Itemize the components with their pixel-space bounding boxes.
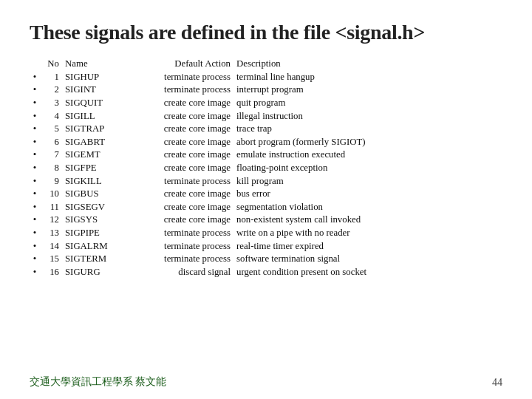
row-default-action: create core image <box>115 214 233 227</box>
row-no: 2 <box>40 83 62 97</box>
row-bullet: • <box>30 162 40 175</box>
table-row: •3SIGQUITcreate core imagequit program <box>30 97 502 110</box>
row-default-action: terminate process <box>115 239 233 253</box>
row-no: 16 <box>40 266 62 279</box>
row-default-action: terminate process <box>115 83 233 97</box>
row-bullet: • <box>30 227 40 240</box>
row-default-action: terminate process <box>115 227 233 240</box>
row-bullet: • <box>30 123 40 136</box>
row-no: 5 <box>40 123 62 136</box>
row-description: quit program <box>233 97 502 110</box>
footer: 交通大學資訊工程學系 蔡文能 44 <box>30 375 502 389</box>
page-title: These signals are defined in the file <s… <box>30 21 502 44</box>
row-no: 11 <box>40 201 62 214</box>
row-signal-name: SIGILL <box>62 109 115 123</box>
row-description: terminal line hangup <box>233 71 502 84</box>
row-description: segmentation violation <box>233 201 502 214</box>
row-signal-name: SIGFPE <box>62 162 115 175</box>
row-default-action: create core image <box>115 162 233 175</box>
table-row: •14SIGALRMterminate processreal-time tim… <box>30 239 502 253</box>
row-no: 10 <box>40 188 62 201</box>
table-row: •2SIGINTterminate processinterrupt progr… <box>30 83 502 97</box>
row-default-action: terminate process <box>115 174 233 188</box>
row-bullet: • <box>30 136 40 149</box>
table-row: •6SIGABRTcreate core imageabort program … <box>30 136 502 149</box>
table-row: •5SIGTRAPcreate core imagetrace trap <box>30 123 502 136</box>
table-row: •8SIGFPEcreate core imagefloating-point … <box>30 162 502 175</box>
row-bullet: • <box>30 266 40 279</box>
row-default-action: terminate process <box>115 253 233 266</box>
row-bullet: • <box>30 97 40 110</box>
header-no: No <box>40 58 62 71</box>
row-no: 7 <box>40 149 62 162</box>
slide: These signals are defined in the file <s… <box>0 0 532 399</box>
row-default-action: create core image <box>115 149 233 162</box>
row-description: emulate instruction executed <box>233 149 502 162</box>
row-signal-name: SIGABRT <box>62 136 115 149</box>
row-no: 9 <box>40 174 62 188</box>
row-description: interrupt program <box>233 83 502 97</box>
row-bullet: • <box>30 253 40 266</box>
row-no: 15 <box>40 253 62 266</box>
row-default-action: create core image <box>115 97 233 110</box>
table-row: •1SIGHUPterminate processterminal line h… <box>30 71 502 84</box>
row-signal-name: SIGINT <box>62 83 115 97</box>
row-signal-name: SIGSEGV <box>62 201 115 214</box>
header-bullet <box>30 58 40 71</box>
row-default-action: terminate process <box>115 71 233 84</box>
row-bullet: • <box>30 83 40 97</box>
table-row: •11SIGSEGVcreate core imagesegmentation … <box>30 201 502 214</box>
row-no: 14 <box>40 239 62 253</box>
row-bullet: • <box>30 149 40 162</box>
header-desc: Description <box>233 58 502 71</box>
table-row: •10SIGBUScreate core imagebus error <box>30 188 502 201</box>
row-description: kill program <box>233 174 502 188</box>
table-row: •16SIGURGdiscard signalurgent condition … <box>30 266 502 279</box>
row-default-action: create core image <box>115 123 233 136</box>
row-signal-name: SIGSYS <box>62 214 115 227</box>
row-default-action: create core image <box>115 109 233 123</box>
row-no: 4 <box>40 109 62 123</box>
row-bullet: • <box>30 188 40 201</box>
row-description: urgent condition present on socket <box>233 266 502 279</box>
header-default: Default Action <box>115 58 233 71</box>
row-bullet: • <box>30 214 40 227</box>
row-default-action: discard signal <box>115 266 233 279</box>
row-description: write on a pipe with no reader <box>233 227 502 240</box>
row-description: floating-point exception <box>233 162 502 175</box>
row-description: non-existent system call invoked <box>233 214 502 227</box>
row-bullet: • <box>30 71 40 84</box>
row-signal-name: SIGKILL <box>62 174 115 188</box>
row-signal-name: SIGTERM <box>62 253 115 266</box>
row-signal-name: SIGHUP <box>62 71 115 84</box>
table-row: •4SIGILLcreate core imageillegal instruc… <box>30 109 502 123</box>
row-signal-name: SIGPIPE <box>62 227 115 240</box>
table-header-row: No Name Default Action Description <box>30 58 502 71</box>
row-no: 3 <box>40 97 62 110</box>
table-row: •12SIGSYScreate core imagenon-existent s… <box>30 214 502 227</box>
row-description: abort program (formerly SIGIOT) <box>233 136 502 149</box>
table-row: •13SIGPIPEterminate processwrite on a pi… <box>30 227 502 240</box>
row-description: illegal instruction <box>233 109 502 123</box>
row-description: bus error <box>233 188 502 201</box>
row-no: 1 <box>40 71 62 84</box>
table-row: •7SIGEMTcreate core imageemulate instruc… <box>30 149 502 162</box>
row-signal-name: SIGTRAP <box>62 123 115 136</box>
page-number: 44 <box>492 377 502 389</box>
row-description: software termination signal <box>233 253 502 266</box>
row-bullet: • <box>30 201 40 214</box>
row-bullet: • <box>30 174 40 188</box>
row-signal-name: SIGBUS <box>62 188 115 201</box>
row-signal-name: SIGURG <box>62 266 115 279</box>
row-bullet: • <box>30 109 40 123</box>
signals-table: No Name Default Action Description •1SIG… <box>30 58 502 279</box>
row-no: 6 <box>40 136 62 149</box>
row-signal-name: SIGEMT <box>62 149 115 162</box>
row-default-action: create core image <box>115 188 233 201</box>
row-signal-name: SIGALRM <box>62 239 115 253</box>
row-no: 8 <box>40 162 62 175</box>
row-bullet: • <box>30 239 40 253</box>
row-description: trace trap <box>233 123 502 136</box>
row-signal-name: SIGQUIT <box>62 97 115 110</box>
row-description: real-time timer expired <box>233 239 502 253</box>
